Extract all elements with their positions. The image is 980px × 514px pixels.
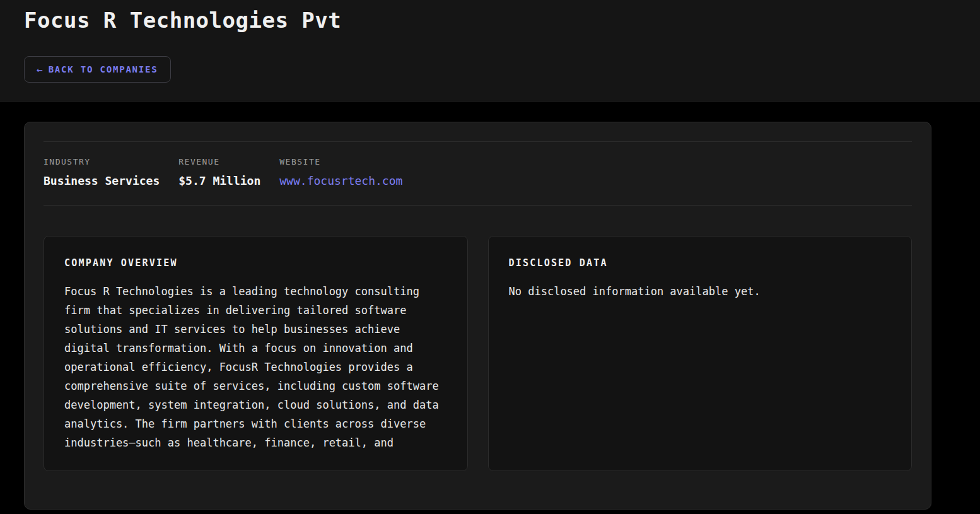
revenue-value: $5.7 Million	[178, 172, 260, 190]
company-detail-card: INDUSTRY Business Services REVENUE $5.7 …	[24, 122, 931, 510]
back-to-companies-button[interactable]: ← BACK TO COMPANIES	[24, 56, 171, 83]
back-arrow-icon: ←	[37, 64, 43, 76]
stat-industry: INDUSTRY Business Services	[44, 157, 160, 190]
page-header: Focus R Technologies Pvt ← BACK TO COMPA…	[0, 0, 980, 102]
industry-label: INDUSTRY	[44, 157, 160, 167]
company-overview-panel: COMPANY OVERVIEW Focus R Technologies is…	[44, 236, 468, 471]
company-overview-text: Focus R Technologies is a leading techno…	[64, 282, 447, 452]
disclosed-data-heading: DISCLOSED DATA	[509, 257, 892, 269]
main-content: INDUSTRY Business Services REVENUE $5.7 …	[0, 102, 980, 510]
page-title: Focus R Technologies Pvt	[24, 8, 956, 33]
website-link[interactable]: www.focusrtech.com	[279, 172, 402, 190]
stat-website: WEBSITE www.focusrtech.com	[279, 157, 402, 190]
detail-panels: COMPANY OVERVIEW Focus R Technologies is…	[44, 236, 912, 471]
industry-value: Business Services	[44, 172, 160, 190]
disclosed-data-panel: DISCLOSED DATA No disclosed information …	[488, 236, 913, 471]
website-label: WEBSITE	[279, 157, 402, 167]
revenue-label: REVENUE	[178, 157, 260, 167]
company-stats-row: INDUSTRY Business Services REVENUE $5.7 …	[44, 141, 912, 206]
disclosed-data-text: No disclosed information available yet.	[509, 282, 892, 301]
company-overview-heading: COMPANY OVERVIEW	[64, 257, 447, 269]
stat-revenue: REVENUE $5.7 Million	[178, 157, 260, 190]
back-button-label: BACK TO COMPANIES	[49, 64, 158, 74]
